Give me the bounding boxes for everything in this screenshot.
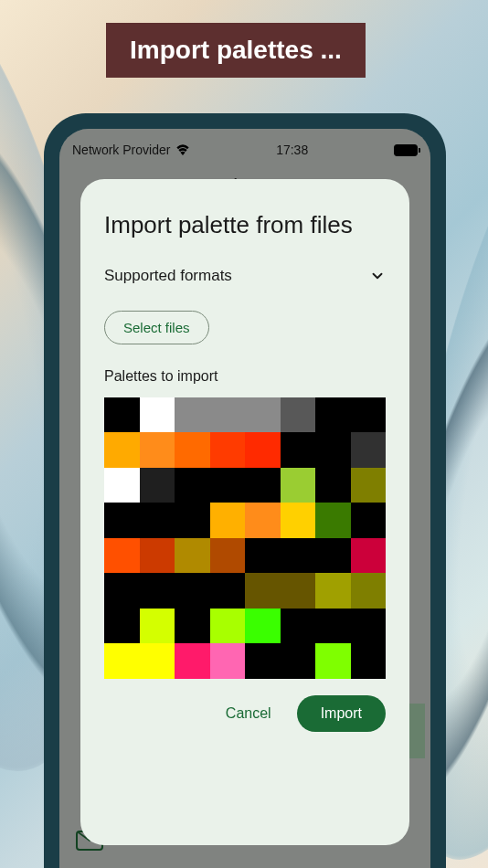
color-swatch [281,503,316,538]
color-swatch [245,468,281,503]
color-swatch [140,503,175,538]
color-swatch [210,573,246,609]
color-swatch [175,609,210,644]
color-swatch [281,397,316,433]
color-swatch [281,538,316,574]
color-swatch [281,573,316,609]
color-swatch [175,573,210,609]
color-swatch [140,538,175,574]
color-swatch [140,573,175,609]
color-swatch [245,503,281,538]
color-swatch [315,503,351,538]
palette-preview-grid [104,397,386,679]
color-swatch [104,432,140,468]
promo-banner: Import palettes ... [106,23,366,78]
color-swatch [140,643,175,679]
color-swatch [104,538,140,574]
color-swatch [175,468,210,503]
color-swatch [351,643,387,679]
color-swatch [315,468,351,503]
dialog-actions: Cancel Import [104,695,386,732]
phone-screen: Network Provider 17:38 Palettes Import p… [59,129,430,868]
chevron-down-icon [369,268,386,284]
color-swatch [245,538,281,574]
color-swatch [315,397,351,433]
color-swatch [351,432,387,468]
color-swatch [351,609,387,644]
color-swatch [210,538,246,574]
color-swatch [175,643,210,679]
color-swatch [245,397,281,433]
phone-frame: Network Provider 17:38 Palettes Import p… [44,113,446,868]
import-button[interactable]: Import [297,695,386,732]
color-swatch [245,432,281,468]
supported-formats-row[interactable]: Supported formats [104,267,386,285]
color-swatch [104,397,140,433]
color-swatch [351,573,387,609]
color-swatch [210,468,246,503]
color-swatch [140,397,175,433]
color-swatch [351,468,387,503]
color-swatch [351,538,387,574]
color-swatch [140,609,175,644]
palettes-to-import-label: Palettes to import [104,368,386,385]
color-swatch [351,503,387,538]
color-swatch [104,609,140,644]
color-swatch [281,468,316,503]
dialog-title: Import palette from files [104,210,386,241]
color-swatch [175,432,210,468]
color-swatch [140,468,175,503]
color-swatch [315,643,351,679]
color-swatch [175,538,210,574]
color-swatch [104,643,140,679]
color-swatch [104,468,140,503]
color-swatch [210,503,246,538]
color-swatch [104,573,140,609]
color-swatch [245,643,281,679]
color-swatch [140,432,175,468]
color-swatch [104,503,140,538]
color-swatch [210,432,246,468]
color-swatch [210,397,246,433]
color-swatch [245,573,281,609]
color-swatch [281,432,316,468]
color-swatch [281,643,316,679]
select-files-button[interactable]: Select files [104,311,209,344]
color-swatch [315,609,351,644]
color-swatch [315,538,351,574]
color-swatch [210,609,246,644]
import-dialog: Import palette from files Supported form… [80,179,409,845]
cancel-button[interactable]: Cancel [213,696,284,731]
color-swatch [351,397,387,433]
color-swatch [210,643,246,679]
color-swatch [315,573,351,609]
color-swatch [175,503,210,538]
color-swatch [281,609,316,644]
supported-formats-label: Supported formats [104,267,232,285]
color-swatch [175,397,210,433]
color-swatch [315,432,351,468]
color-swatch [245,609,281,644]
